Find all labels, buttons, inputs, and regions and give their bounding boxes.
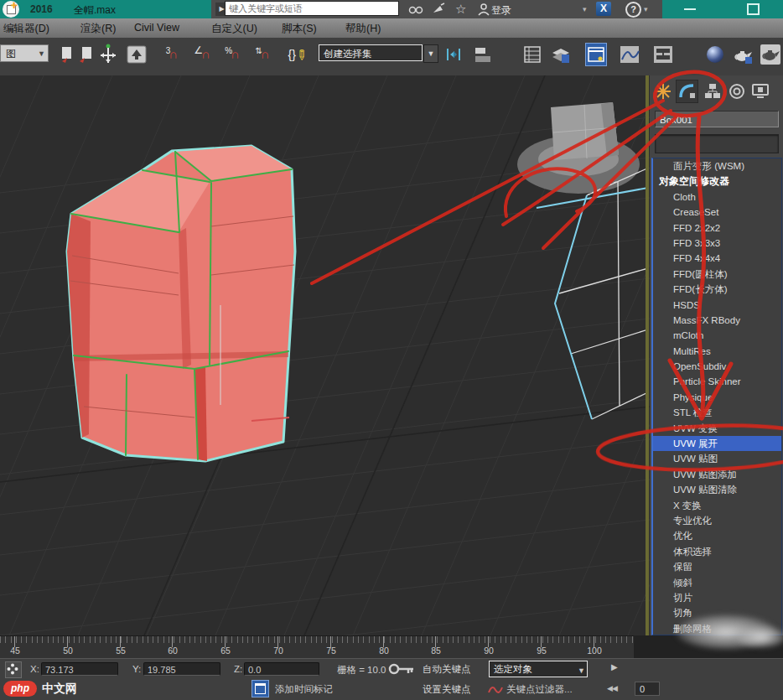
key-icon <box>388 662 417 679</box>
modifier-list-combobox[interactable] <box>655 134 779 153</box>
named-selection-edit-icon[interactable]: {}✎ <box>287 43 309 66</box>
curve-editor-icon[interactable] <box>619 43 640 66</box>
selection-filter-dropdown[interactable]: 选定对象▼ <box>489 661 588 677</box>
current-frame-field[interactable]: 0 <box>635 682 660 696</box>
align-icon[interactable] <box>472 43 494 66</box>
account-person-icon[interactable] <box>477 3 492 16</box>
modifier-item[interactable]: 切片 <box>653 590 781 605</box>
modifier-item[interactable]: mCloth <box>653 328 781 343</box>
material-editor-icon[interactable] <box>704 43 726 66</box>
y-label: Y: <box>132 664 141 674</box>
bind-spacewarp-icon[interactable] <box>75 43 97 66</box>
help-caret-icon[interactable]: ▾ <box>644 5 648 13</box>
modifier-category-header: 对象空间修改器 <box>653 174 781 189</box>
modifier-item[interactable]: UVW 贴图清除 <box>653 482 781 497</box>
modifier-item-wsm[interactable]: 面片变形 (WSM) <box>653 158 781 174</box>
layer-manager-icon[interactable] <box>521 43 543 66</box>
menu-scripting[interactable]: 脚本(S) <box>282 22 317 36</box>
listener-window-icon[interactable] <box>251 680 269 697</box>
perspective-viewport[interactable] <box>0 75 650 635</box>
modifier-item[interactable]: UVW 变换 <box>653 421 781 436</box>
tick-label: 55 <box>116 646 126 656</box>
modifier-item[interactable]: CreaseSet <box>653 205 781 220</box>
menu-graph-editors[interactable]: 编辑器(D) <box>3 22 49 36</box>
named-selection-set-field[interactable]: 创建选择集 <box>319 44 423 61</box>
move-tool-icon[interactable] <box>97 43 119 66</box>
modifier-item-selected[interactable]: UVW 展开 <box>653 436 781 451</box>
graphite-ribbon-icon[interactable] <box>550 43 572 66</box>
render-teapot-icon[interactable] <box>760 43 781 66</box>
next-frame-icon[interactable]: ▶ <box>611 662 618 671</box>
modifier-item[interactable]: 保留 <box>653 559 781 574</box>
go-to-start-icon[interactable]: ◀◀ <box>607 684 617 692</box>
object-name-field[interactable]: Box001 <box>655 111 779 127</box>
timeline-ruler[interactable]: 45 50 55 60 65 70 75 80 85 90 95 100 <box>0 635 634 659</box>
modifier-item[interactable]: FFD(圆柱体) <box>653 267 781 282</box>
prompt-bar: php 中文网 添加时间标记 设置关键点 关键点过滤器... ◀◀ 0 <box>0 679 783 700</box>
reference-coordinate-dropdown[interactable]: 图▼ <box>0 44 49 62</box>
z-coordinate-field[interactable]: 0.0 <box>244 662 319 676</box>
selected-box-object[interactable] <box>67 146 295 461</box>
y-coordinate-field[interactable]: 19.785 <box>143 662 220 676</box>
menu-rendering[interactable]: 渲染(R) <box>80 22 116 36</box>
favorites-star-icon[interactable]: ☆ <box>455 2 470 15</box>
angle-snap-icon[interactable]: ∠∩ <box>191 43 213 66</box>
communication-icon[interactable] <box>431 3 446 16</box>
exchange-x-icon[interactable]: X <box>596 2 611 16</box>
menu-civil-view[interactable]: Civil View <box>134 22 179 34</box>
modifier-item[interactable]: HSDS <box>653 298 781 313</box>
isolate-selection-icon[interactable] <box>5 661 22 678</box>
sign-in-label[interactable]: 登录 <box>491 3 511 18</box>
modifier-item[interactable]: 优化 <box>653 528 781 543</box>
menu-help[interactable]: 帮助(H) <box>345 22 381 36</box>
modifier-item[interactable]: STL 检查 <box>653 405 781 420</box>
x-coordinate-field[interactable]: 73.173 <box>41 662 118 676</box>
main-toolbar: 图▼ 3∩ ∠∩ %∩ ⇅∩ {}✎ 创建选择集 ▼ <box>0 38 783 76</box>
modifier-item[interactable]: MultiRes <box>653 344 781 359</box>
modifier-item[interactable]: FFD 3x3x3 <box>653 236 781 251</box>
tab-motion[interactable] <box>725 80 748 103</box>
modifier-item[interactable]: 倾斜 <box>653 575 781 590</box>
mirror-icon[interactable] <box>443 43 464 66</box>
snap-3d-icon[interactable]: 3∩ <box>161 43 183 66</box>
scene-explorer-icon[interactable] <box>585 43 607 66</box>
modifier-item[interactable]: FFD 4x4x4 <box>653 251 781 266</box>
tab-hierarchy[interactable] <box>701 80 723 103</box>
modifier-item[interactable]: OpenSubdiv <box>653 359 781 374</box>
minimize-icon[interactable] <box>684 8 696 10</box>
schematic-view-icon[interactable] <box>652 43 674 66</box>
modifier-item[interactable]: UVW 贴图 <box>653 451 781 466</box>
percent-snap-icon[interactable]: %∩ <box>221 43 243 66</box>
app-logo-icon[interactable]: ✚ <box>3 1 19 18</box>
search-input[interactable] <box>225 1 399 16</box>
set-key-button[interactable]: 设置关键点 <box>419 681 474 697</box>
modifier-item[interactable]: MassFX RBody <box>653 313 781 328</box>
render-setup-icon[interactable] <box>733 43 754 66</box>
wireframe-box-object[interactable] <box>537 168 649 419</box>
key-filters-label[interactable]: 关键点过滤器... <box>506 683 573 696</box>
named-selection-caret-icon[interactable]: ▼ <box>423 44 438 63</box>
modifier-item[interactable]: Cloth <box>653 189 781 205</box>
chevron-down-icon: ▼ <box>578 663 585 678</box>
restore-icon[interactable] <box>747 3 760 15</box>
search-binoculars-icon[interactable] <box>408 3 423 16</box>
modifier-item[interactable]: Physique <box>653 390 781 405</box>
auto-key-button[interactable]: 自动关键点 <box>419 661 474 677</box>
modifier-item[interactable]: FFD 2x2x2 <box>653 220 781 236</box>
tab-display[interactable] <box>749 80 771 103</box>
add-time-tag-label[interactable]: 添加时间标记 <box>275 683 333 696</box>
menu-customize[interactable]: 自定义(U) <box>211 22 257 36</box>
help-question-icon[interactable]: ? <box>625 2 641 18</box>
spinner-snap-icon[interactable]: ⇅∩ <box>251 43 273 66</box>
modifier-item[interactable]: UVW 贴图添加 <box>653 467 781 482</box>
x-label: X: <box>30 664 39 674</box>
modifier-item[interactable]: 体积选择 <box>653 544 781 559</box>
modifier-item[interactable]: X 变换 <box>653 498 781 513</box>
modifier-item[interactable]: FFD(长方体) <box>653 282 781 297</box>
modifier-item[interactable]: 专业优化 <box>653 513 781 528</box>
tab-create[interactable] <box>651 80 674 103</box>
modifier-item[interactable]: Particle Skinner <box>653 374 781 389</box>
sign-in-caret-icon[interactable]: ▾ <box>583 5 587 13</box>
select-object-icon[interactable] <box>126 43 148 66</box>
tab-modify[interactable] <box>676 80 698 103</box>
